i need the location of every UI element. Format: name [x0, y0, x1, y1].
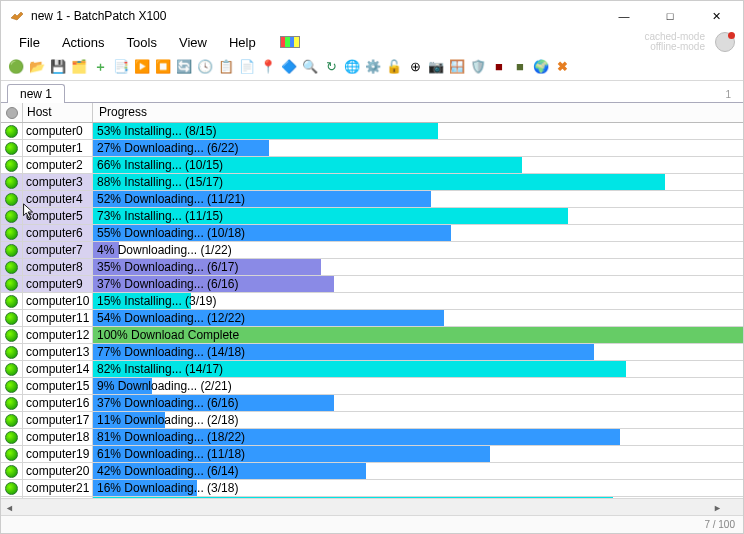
square1-icon[interactable]: ■	[490, 58, 508, 76]
host-cell[interactable]: computer6	[23, 225, 93, 241]
table-row[interactable]: computer835% Downloading... (6/17)	[1, 259, 743, 276]
schedule-icon[interactable]: 🔄	[175, 58, 193, 76]
host-cell[interactable]: computer17	[23, 412, 93, 428]
toolbar: 🟢 📂 💾 🗂️ ＋ 📑 ▶️ ⏹️ 🔄 🕓 📋 📄 📍 🔷 🔍 ↻ 🌐 ⚙️ …	[1, 53, 743, 81]
globe-icon[interactable]: 🌐	[343, 58, 361, 76]
table-row[interactable]: computer12100% Download Complete	[1, 327, 743, 344]
color-palette-icon[interactable]	[280, 36, 300, 48]
progress-label: 77% Downloading... (14/18)	[97, 344, 245, 360]
duplicate-icon[interactable]: 📑	[112, 58, 130, 76]
status-cell	[1, 259, 23, 275]
square2-icon[interactable]: ■	[511, 58, 529, 76]
grid-header[interactable]: Host Progress	[1, 103, 743, 123]
progress-label: 81% Downloading... (18/22)	[97, 429, 245, 445]
new-icon[interactable]: 🟢	[7, 58, 25, 76]
menu-help[interactable]: Help	[219, 33, 266, 52]
pin-icon[interactable]: 📍	[259, 58, 277, 76]
host-cell[interactable]: computer10	[23, 293, 93, 309]
stop-icon[interactable]: ⏹️	[154, 58, 172, 76]
host-cell[interactable]: computer13	[23, 344, 93, 360]
table-row[interactable]: computer937% Downloading... (6/16)	[1, 276, 743, 293]
status-dot-icon	[5, 210, 18, 223]
mode-badge-icon[interactable]	[715, 32, 735, 52]
earth-icon[interactable]: 🌍	[532, 58, 550, 76]
table-row[interactable]: computer1881% Downloading... (18/22)	[1, 429, 743, 446]
table-row[interactable]: computer127% Downloading... (6/22)	[1, 140, 743, 157]
table-row[interactable]: computer1482% Installing... (14/17)	[1, 361, 743, 378]
camera-icon[interactable]: 📷	[427, 58, 445, 76]
host-cell[interactable]: computer20	[23, 463, 93, 479]
host-cell[interactable]: computer16	[23, 395, 93, 411]
status-dot-icon	[5, 482, 18, 495]
diamond-icon[interactable]: 🔷	[280, 58, 298, 76]
add-host-icon[interactable]: ＋	[91, 58, 109, 76]
host-cell[interactable]: computer15	[23, 378, 93, 394]
table-row[interactable]: computer1961% Downloading... (11/18)	[1, 446, 743, 463]
table-row[interactable]: computer452% Downloading... (11/21)	[1, 191, 743, 208]
lock-icon[interactable]: 🔓	[385, 58, 403, 76]
table-row[interactable]: computer74% Downloading... (1/22)	[1, 242, 743, 259]
table-row[interactable]: computer1015% Installing... (3/19)	[1, 293, 743, 310]
table-row[interactable]: computer1711% Downloading... (2/18)	[1, 412, 743, 429]
close-button[interactable]: ✕	[693, 1, 739, 31]
horizontal-scrollbar[interactable]: ◄ ►	[1, 498, 743, 515]
save-icon[interactable]: 💾	[49, 58, 67, 76]
table-row[interactable]: computer2042% Downloading... (6/14)	[1, 463, 743, 480]
host-cell[interactable]: computer19	[23, 446, 93, 462]
play-icon[interactable]: ▶️	[133, 58, 151, 76]
table-row[interactable]: computer1377% Downloading... (14/18)	[1, 344, 743, 361]
menu-view[interactable]: View	[169, 33, 217, 52]
table-row[interactable]: computer573% Installing... (11/15)	[1, 208, 743, 225]
menu-tools[interactable]: Tools	[117, 33, 167, 52]
windows-icon[interactable]: 🪟	[448, 58, 466, 76]
open-folder-icon[interactable]: 📂	[28, 58, 46, 76]
table-row[interactable]: computer388% Installing... (15/17)	[1, 174, 743, 191]
col-progress-header[interactable]: Progress	[93, 103, 743, 122]
progress-label: 11% Downloading... (2/18)	[97, 412, 238, 428]
table-row[interactable]: computer1637% Downloading... (6/16)	[1, 395, 743, 412]
host-cell[interactable]: computer1	[23, 140, 93, 156]
host-cell[interactable]: computer12	[23, 327, 93, 343]
col-host-header[interactable]: Host	[23, 103, 93, 122]
host-cell[interactable]: computer21	[23, 480, 93, 496]
clock-icon[interactable]: 🕓	[196, 58, 214, 76]
refresh-icon[interactable]: ↻	[322, 58, 340, 76]
settings-icon[interactable]: ⚙️	[364, 58, 382, 76]
host-cell[interactable]: computer14	[23, 361, 93, 377]
col-status-header[interactable]	[1, 103, 23, 122]
progress-cell: 100% Download Complete	[93, 327, 743, 343]
report-icon[interactable]: 📋	[217, 58, 235, 76]
scroll-right-icon[interactable]: ►	[709, 499, 726, 516]
host-cell[interactable]: computer11	[23, 310, 93, 326]
progress-cell: 37% Downloading... (6/16)	[93, 395, 743, 411]
table-row[interactable]: computer1154% Downloading... (12/22)	[1, 310, 743, 327]
search-icon[interactable]: 🔍	[301, 58, 319, 76]
table-row[interactable]: computer2116% Downloading... (3/18)	[1, 480, 743, 497]
table-row[interactable]: computer159% Downloading... (2/21)	[1, 378, 743, 395]
delete-icon[interactable]: ✖	[553, 58, 571, 76]
updates-icon[interactable]: 🛡️	[469, 58, 487, 76]
host-cell[interactable]: computer18	[23, 429, 93, 445]
host-cell[interactable]: computer9	[23, 276, 93, 292]
grid[interactable]: Host Progress computer053% Installing...…	[1, 103, 743, 498]
tab-new1[interactable]: new 1	[7, 84, 65, 103]
table-row[interactable]: computer655% Downloading... (10/18)	[1, 225, 743, 242]
save-all-icon[interactable]: 🗂️	[70, 58, 88, 76]
menu-actions[interactable]: Actions	[52, 33, 115, 52]
minimize-button[interactable]: —	[601, 1, 647, 31]
host-cell[interactable]: computer5	[23, 208, 93, 224]
menu-file[interactable]: File	[9, 33, 50, 52]
table-row[interactable]: computer053% Installing... (8/15)	[1, 123, 743, 140]
page-icon[interactable]: 📄	[238, 58, 256, 76]
scroll-left-icon[interactable]: ◄	[1, 499, 18, 516]
host-cell[interactable]: computer3	[23, 174, 93, 190]
host-cell[interactable]: computer8	[23, 259, 93, 275]
table-row[interactable]: computer266% Installing... (10/15)	[1, 157, 743, 174]
host-cell[interactable]: computer7	[23, 242, 93, 258]
host-cell[interactable]: computer4	[23, 191, 93, 207]
host-cell[interactable]: computer2	[23, 157, 93, 173]
progress-label: 80% Installing... (16/20)	[97, 497, 223, 498]
host-cell[interactable]: computer0	[23, 123, 93, 139]
target-icon[interactable]: ⊕	[406, 58, 424, 76]
maximize-button[interactable]: □	[647, 1, 693, 31]
